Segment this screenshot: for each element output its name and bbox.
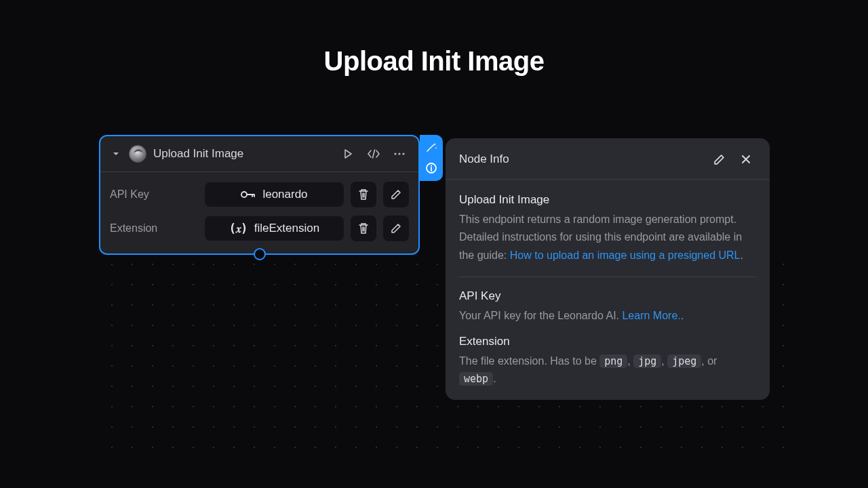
svg-point-3: [241, 192, 247, 197]
field-label: API Key: [110, 188, 198, 201]
sep: ,: [661, 355, 667, 367]
code-pill: jpg: [633, 354, 661, 368]
node-card-upload-init-image[interactable]: Upload Init Image API Key leonardo: [99, 135, 420, 255]
field-value-extension[interactable]: (𝑥) fileExtension: [205, 216, 344, 241]
delete-button[interactable]: [351, 216, 376, 241]
variable-icon: (𝑥): [229, 222, 248, 235]
svg-point-1: [398, 152, 400, 155]
info-text: The file extension. Has to be png, jpg, …: [459, 352, 756, 388]
info-heading: Extension: [459, 335, 756, 348]
divider: [459, 277, 756, 277]
close-info-button[interactable]: [736, 149, 756, 169]
field-value-text: leonardo: [262, 188, 307, 201]
info-button[interactable]: [422, 159, 440, 177]
info-section-api-key: API Key Your API key for the Leonardo AI…: [459, 289, 756, 325]
delete-button[interactable]: [351, 182, 376, 207]
node-info-panel: Node Info Upload Init Image This endpoin…: [446, 138, 770, 400]
info-text-post: .: [741, 249, 743, 261]
magic-wand-button[interactable]: [422, 139, 440, 157]
guide-link[interactable]: How to upload an image using a presigned…: [510, 249, 741, 261]
info-text-post: .: [681, 310, 684, 321]
svg-point-2: [402, 152, 404, 155]
info-heading: API Key: [459, 289, 756, 303]
field-label: Extension: [110, 222, 198, 235]
info-panel-title: Node Info: [459, 152, 702, 166]
info-text: Your API key for the Leonardo AI. Learn …: [459, 307, 756, 325]
collapse-caret-icon[interactable]: [110, 148, 122, 160]
sep: , or: [701, 355, 717, 367]
node-output-handle[interactable]: [254, 248, 266, 260]
field-row-extension: Extension (𝑥) fileExtension: [110, 216, 409, 241]
field-value-text: fileExtension: [254, 222, 319, 235]
info-panel-header: Node Info: [446, 138, 770, 180]
info-text-pre: The file extension. Has to be: [459, 355, 599, 367]
node-avatar-icon: [129, 145, 146, 163]
learn-more-link[interactable]: Learn More.: [622, 310, 680, 321]
code-view-button[interactable]: [364, 144, 383, 163]
sep: ,: [627, 355, 633, 367]
svg-point-5: [431, 165, 432, 166]
info-section-extension: Extension The file extension. Has to be …: [459, 335, 756, 388]
info-panel-body: Upload Init Image This endpoint returns …: [446, 180, 770, 388]
node-side-toolbar: [420, 135, 443, 181]
field-value-api-key[interactable]: leonardo: [205, 182, 344, 207]
key-icon: [241, 190, 256, 199]
node-header: Upload Init Image: [100, 136, 418, 172]
node-body: API Key leonardo Extension (𝑥) fileExten…: [100, 172, 418, 253]
edit-info-button[interactable]: [709, 149, 729, 169]
more-options-button[interactable]: [390, 144, 409, 163]
code-pill: jpeg: [667, 354, 701, 368]
node-title: Upload Init Image: [153, 147, 332, 161]
info-text-pre: Your API key for the Leonardo AI.: [459, 310, 622, 321]
svg-point-0: [394, 152, 396, 155]
field-row-api-key: API Key leonardo: [110, 182, 409, 207]
code-pill: webp: [459, 372, 493, 386]
code-pill: png: [599, 354, 627, 368]
page-title: Upload Init Image: [324, 46, 545, 77]
edit-button[interactable]: [383, 216, 409, 241]
info-section-main: Upload Init Image This endpoint returns …: [459, 193, 756, 264]
run-button[interactable]: [338, 144, 357, 163]
edit-button[interactable]: [383, 182, 409, 207]
info-heading: Upload Init Image: [459, 193, 756, 207]
info-text-post: .: [493, 373, 496, 384]
info-text: This endpoint returns a random image gen…: [459, 211, 756, 264]
